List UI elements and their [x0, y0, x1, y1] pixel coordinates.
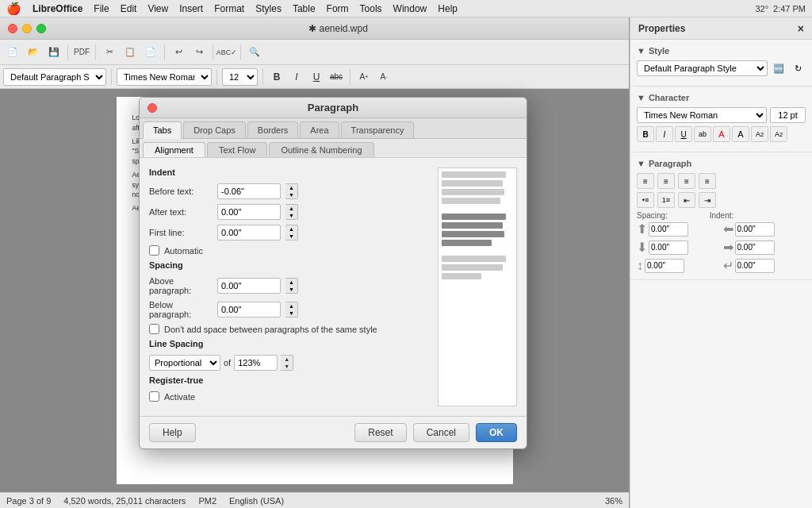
same-style-label: Don't add space between paragraphs of th…	[164, 325, 377, 334]
find-button[interactable]: 🔍	[245, 43, 264, 62]
before-text-input[interactable]	[217, 183, 281, 199]
panel-font-size[interactable]	[770, 107, 806, 123]
above-spinner[interactable]: ▲ ▼	[285, 278, 298, 294]
align-justify-button[interactable]: ≡	[699, 173, 716, 189]
close-window-button[interactable]	[8, 24, 17, 33]
tab-drop-caps[interactable]: Drop Caps	[183, 121, 246, 138]
spinner-up[interactable]: ▲	[285, 184, 297, 191]
cancel-button[interactable]: Cancel	[413, 423, 469, 442]
undo-button[interactable]: ↩	[169, 43, 188, 62]
panel-highlight-button[interactable]: A	[732, 126, 749, 142]
save-button[interactable]: 💾	[44, 43, 63, 62]
align-center-button[interactable]: ≡	[657, 173, 675, 189]
menu-window[interactable]: Window	[393, 3, 427, 14]
same-style-checkbox[interactable]	[149, 324, 159, 334]
open-button[interactable]: 📂	[24, 43, 43, 62]
minimize-window-button[interactable]	[22, 24, 32, 33]
panel-font-color-button[interactable]: A	[713, 126, 730, 142]
maximize-window-button[interactable]	[36, 24, 46, 33]
menu-insert[interactable]: Insert	[179, 3, 203, 14]
line-spacing-spinner[interactable]: ▲ ▼	[281, 355, 293, 371]
first-line-indent-input[interactable]	[735, 259, 775, 273]
spellcheck-button[interactable]: ABC✓	[217, 43, 236, 62]
panel-subscript-button[interactable]: A2	[770, 126, 787, 142]
ok-button[interactable]: OK	[476, 423, 517, 442]
line-spacing-input[interactable]	[645, 259, 684, 273]
redo-button[interactable]: ↪	[190, 43, 209, 62]
after-text-input[interactable]	[217, 204, 281, 220]
paragraph-style-select[interactable]: Default Paragraph Style	[3, 68, 106, 86]
superscript-button[interactable]: A+	[355, 68, 373, 86]
line-spacing-value-input[interactable]	[234, 355, 278, 371]
subtab-text-flow[interactable]: Text Flow	[207, 142, 267, 157]
bold-button[interactable]: B	[268, 68, 285, 86]
menu-view[interactable]: View	[147, 3, 168, 14]
first-line-input[interactable]	[217, 225, 281, 241]
preview-line-11	[442, 273, 481, 279]
line-spacing-row: Proportional of ▲ ▼	[149, 355, 428, 371]
first-line-spinner[interactable]: ▲ ▼	[285, 225, 298, 241]
apple-menu[interactable]: 🍎	[6, 2, 21, 16]
menu-edit[interactable]: Edit	[121, 3, 137, 14]
paste-button[interactable]: 📄	[141, 43, 160, 62]
font-size-select[interactable]: 12 pt	[222, 68, 258, 86]
panel-close-button[interactable]: ×	[798, 22, 804, 35]
reset-button[interactable]: Reset	[354, 423, 406, 442]
panel-underline-button[interactable]: U	[675, 126, 692, 142]
menu-table[interactable]: Table	[293, 3, 316, 14]
panel-superscript-button[interactable]: A2	[751, 126, 768, 142]
menu-file[interactable]: File	[94, 3, 109, 14]
export-pdf-button[interactable]: PDF	[72, 43, 91, 62]
unordered-list-button[interactable]: •≡	[637, 192, 654, 208]
menu-help[interactable]: Help	[438, 3, 458, 14]
below-spacing-input[interactable]	[649, 241, 688, 255]
indent-decrease-button[interactable]: ⇤	[678, 192, 695, 208]
above-spacing-input[interactable]	[649, 222, 688, 237]
tab-transparency[interactable]: Transparency	[341, 121, 415, 138]
new-button[interactable]: 📄	[3, 43, 22, 62]
subtab-alignment[interactable]: Alignment	[143, 142, 205, 157]
ordered-list-button[interactable]: 1≡	[657, 192, 675, 208]
activate-checkbox[interactable]	[149, 391, 159, 402]
before-text-spinner[interactable]: ▲ ▼	[285, 183, 298, 199]
copy-button[interactable]: 📋	[121, 43, 140, 62]
above-paragraph-input[interactable]	[217, 278, 281, 294]
panel-strikethrough-button[interactable]: ab	[694, 126, 711, 142]
line-spacing-type-select[interactable]: Proportional	[149, 355, 220, 371]
underline-button[interactable]: U	[308, 68, 325, 86]
subtab-outline[interactable]: Outline & Numbering	[269, 142, 373, 157]
strikethrough-button[interactable]: abc	[327, 68, 345, 86]
below-spinner[interactable]: ▲ ▼	[285, 302, 298, 318]
align-left-button[interactable]: ≡	[637, 173, 654, 189]
help-button[interactable]: Help	[149, 423, 196, 442]
automatic-checkbox[interactable]	[149, 245, 159, 256]
panel-italic-button[interactable]: I	[656, 126, 673, 142]
panel-bold-button[interactable]: B	[637, 126, 654, 142]
align-right-button[interactable]: ≡	[678, 173, 695, 189]
menu-format[interactable]: Format	[214, 3, 244, 14]
italic-button[interactable]: I	[288, 68, 305, 86]
spinner-down[interactable]: ▼	[285, 191, 297, 198]
new-style-button[interactable]: 🆕	[771, 60, 787, 76]
tab-borders[interactable]: Borders	[247, 121, 299, 138]
before-indent-input[interactable]	[735, 222, 775, 237]
indent-increase-button[interactable]: ⇥	[699, 192, 716, 208]
menu-form[interactable]: Form	[327, 3, 349, 14]
title-bar: ✱ aeneid.wpd	[0, 17, 629, 40]
update-style-button[interactable]: ↻	[790, 60, 806, 76]
subscript-button[interactable]: A-	[375, 68, 393, 86]
tab-area[interactable]: Area	[300, 121, 339, 138]
main-toolbar: 📄 📂 💾 PDF ✂ 📋 📄 ↩ ↪ ABC✓ 🔍	[0, 40, 629, 65]
panel-style-select[interactable]: Default Paragraph Style	[637, 60, 768, 76]
dialog-close-button[interactable]	[147, 103, 157, 113]
menu-tools[interactable]: Tools	[360, 3, 382, 14]
after-text-spinner[interactable]: ▲ ▼	[285, 204, 298, 220]
menu-styles[interactable]: Styles	[255, 3, 282, 14]
tab-tabs[interactable]: Tabs	[143, 121, 182, 139]
menu-libreoffice[interactable]: LibreOffice	[33, 3, 82, 14]
panel-font-select[interactable]: Times New Roman	[637, 107, 767, 123]
below-paragraph-input[interactable]	[217, 302, 281, 318]
cut-button[interactable]: ✂	[100, 43, 119, 62]
font-name-select[interactable]: Times New Roman	[117, 68, 212, 86]
after-indent-input[interactable]	[735, 241, 775, 255]
